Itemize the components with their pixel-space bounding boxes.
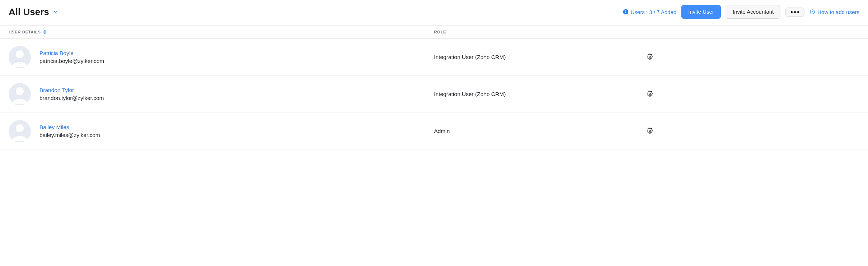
user-role: Admin: [434, 128, 647, 134]
table-row[interactable]: Bailey Miles bailey.miles@zylker.com Adm…: [0, 113, 868, 150]
user-role: Integration User (Zoho CRM): [434, 54, 647, 60]
svg-point-14: [16, 124, 24, 132]
column-header-user-details[interactable]: USER DETAILS: [9, 30, 434, 34]
how-to-add-users-link[interactable]: How to add users: [809, 9, 859, 15]
user-details-cell: Bailey Miles bailey.miles@zylker.com: [9, 120, 434, 142]
user-details-cell: Brandon Tylor brandon.tylor@zylker.com: [9, 83, 434, 105]
svg-point-11: [16, 87, 24, 95]
user-email: brandon.tylor@zylker.com: [39, 95, 104, 101]
svg-point-2: [625, 10, 626, 11]
sort-icon: [43, 30, 47, 34]
how-to-add-users-text: How to add users: [817, 9, 859, 15]
svg-point-8: [16, 50, 24, 58]
user-info: Patricia Boyle patricia.boyle@zylker.com: [39, 50, 104, 64]
user-name-link[interactable]: Bailey Miles: [39, 124, 100, 130]
chevron-down-icon: [53, 9, 58, 14]
svg-point-12: [649, 93, 650, 94]
play-circle-icon: [809, 9, 815, 15]
svg-marker-5: [43, 30, 46, 32]
user-email: patricia.boyle@zylker.com: [39, 58, 104, 64]
gear-icon[interactable]: [647, 54, 653, 60]
user-name-link[interactable]: Patricia Boyle: [39, 50, 104, 56]
table-row[interactable]: Brandon Tylor brandon.tylor@zylker.com I…: [0, 76, 868, 113]
more-actions-button[interactable]: [785, 8, 804, 17]
more-icon: [791, 11, 799, 13]
svg-point-9: [649, 56, 650, 57]
invite-user-button[interactable]: Invite User: [681, 5, 721, 19]
page-header: All Users Users : 3 / 7 Added Invite Use…: [0, 0, 868, 25]
column-user-details-label: USER DETAILS: [9, 30, 41, 34]
table-header: USER DETAILS ROLE: [0, 25, 868, 39]
svg-point-15: [649, 130, 650, 131]
user-role: Integration User (Zoho CRM): [434, 91, 647, 97]
user-info: Brandon Tylor brandon.tylor@zylker.com: [39, 87, 104, 101]
page-title-dropdown[interactable]: All Users: [9, 6, 58, 18]
column-header-role[interactable]: ROLE: [434, 30, 647, 34]
users-count-text: Users : 3 / 7 Added: [631, 9, 677, 15]
svg-rect-1: [625, 12, 626, 13]
user-info: Bailey Miles bailey.miles@zylker.com: [39, 124, 100, 138]
column-role-label: ROLE: [434, 30, 446, 34]
invite-accountant-button[interactable]: Invite Accountant: [726, 5, 780, 19]
users-list: Patricia Boyle patricia.boyle@zylker.com…: [0, 39, 868, 150]
user-details-cell: Patricia Boyle patricia.boyle@zylker.com: [9, 46, 434, 68]
header-actions: Users : 3 / 7 Added Invite User Invite A…: [623, 5, 859, 19]
table-row[interactable]: Patricia Boyle patricia.boyle@zylker.com…: [0, 39, 868, 76]
avatar: [9, 46, 31, 68]
svg-marker-6: [43, 33, 46, 35]
info-icon: [623, 9, 629, 15]
user-name-link[interactable]: Brandon Tylor: [39, 87, 104, 93]
user-email: bailey.miles@zylker.com: [39, 132, 100, 138]
avatar: [9, 120, 31, 142]
page-title: All Users: [9, 6, 49, 18]
gear-icon[interactable]: [647, 128, 653, 134]
svg-marker-4: [812, 11, 813, 13]
avatar: [9, 83, 31, 105]
gear-icon[interactable]: [647, 91, 653, 97]
users-count-badge[interactable]: Users : 3 / 7 Added: [623, 9, 677, 15]
